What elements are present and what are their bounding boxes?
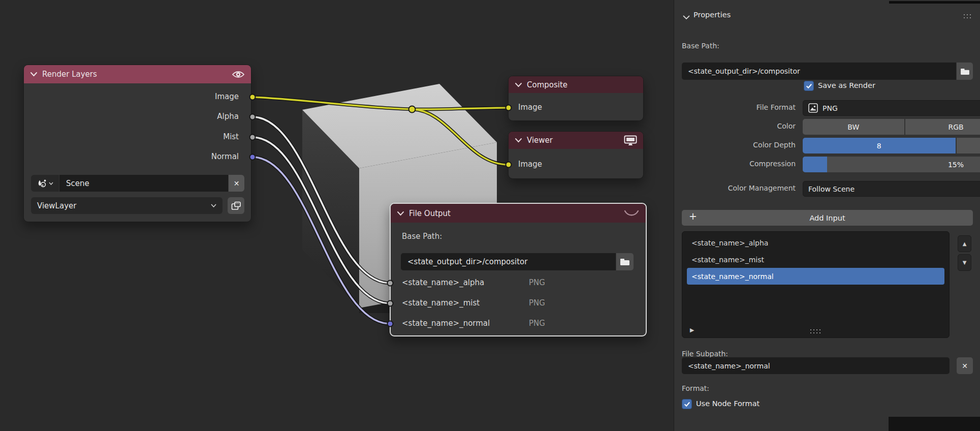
folder-browse-button[interactable] bbox=[616, 253, 634, 270]
chevron-down-icon[interactable] bbox=[397, 211, 404, 216]
list-item-mist[interactable]: <state_name>_mist bbox=[687, 251, 944, 268]
color-management-label: Color Management bbox=[674, 184, 796, 192]
color-depth-label: Color Depth bbox=[674, 141, 796, 149]
node-title: Render Layers bbox=[42, 70, 97, 79]
file-output-header[interactable]: File Output bbox=[391, 204, 646, 223]
compression-slider[interactable]: 15% bbox=[803, 157, 980, 172]
file-subpath-input[interactable]: <state_name>_normal bbox=[682, 357, 950, 374]
format-label: Format: bbox=[682, 384, 709, 392]
socket-composite-image-in[interactable] bbox=[505, 105, 512, 111]
output-label-image: Image bbox=[215, 92, 239, 101]
renderlayers-icon bbox=[231, 201, 242, 211]
socket-fileout-normal-in[interactable] bbox=[387, 321, 394, 327]
scene-browse-button[interactable] bbox=[31, 175, 59, 192]
color-depth-option-8[interactable]: 8 bbox=[803, 138, 956, 153]
composite-input-label: Image bbox=[518, 103, 542, 112]
base-path-input[interactable]: <state_output_dir>/compositor bbox=[682, 63, 956, 80]
use-node-format-label: Use Node Format bbox=[696, 399, 760, 408]
file-slots-list: <state_name>_alpha <state_name>_mist <st… bbox=[682, 231, 950, 338]
file-slot-label: <state_name>_mist bbox=[402, 298, 480, 307]
scene-clear-button[interactable]: ✕ bbox=[229, 175, 244, 192]
node-editor-canvas[interactable]: Render Layers Image Alpha Mist Normal bbox=[0, 0, 674, 431]
clear-subpath-button[interactable]: ✕ bbox=[957, 357, 973, 374]
base-path-row: <state_output_dir>/compositor bbox=[682, 63, 973, 80]
socket-fileout-alpha-in[interactable] bbox=[387, 280, 394, 287]
list-item-alpha[interactable]: <state_name>_alpha bbox=[687, 234, 944, 251]
socket-viewer-image-in[interactable] bbox=[505, 162, 512, 168]
close-icon: ✕ bbox=[234, 179, 240, 188]
render-layers-node[interactable]: Render Layers Image Alpha Mist Normal bbox=[23, 65, 251, 222]
chevron-down-icon[interactable] bbox=[30, 72, 38, 77]
viewer-input-label: Image bbox=[518, 160, 542, 169]
panel-collapse-chevron[interactable] bbox=[683, 12, 690, 22]
socket-image-out[interactable] bbox=[249, 94, 256, 101]
base-path-row: <state_output_dir>/compositor bbox=[401, 253, 634, 270]
file-slot-format: PNG bbox=[529, 319, 545, 328]
color-label: Color bbox=[674, 122, 796, 130]
socket-normal-out[interactable] bbox=[249, 154, 256, 161]
scene-name-field[interactable]: Scene bbox=[59, 175, 228, 192]
close-icon: ✕ bbox=[962, 362, 968, 370]
base-path-label: Base Path: bbox=[682, 42, 719, 50]
output-label-mist: Mist bbox=[223, 132, 239, 141]
socket-mist-out[interactable] bbox=[249, 134, 256, 141]
add-input-label: Add Input bbox=[682, 214, 973, 222]
output-label-alpha: Alpha bbox=[217, 112, 239, 121]
file-subpath-label: File Subpath: bbox=[682, 350, 728, 358]
new-viewlayer-button[interactable] bbox=[228, 197, 244, 214]
color-option-bw[interactable]: BW bbox=[803, 119, 904, 135]
socket-fileout-mist-in[interactable] bbox=[387, 300, 394, 307]
viewer-header[interactable]: Viewer bbox=[509, 132, 643, 149]
image-file-icon bbox=[808, 103, 818, 113]
list-item-normal-selected[interactable]: <state_name>_normal bbox=[687, 268, 944, 285]
node-title: File Output bbox=[409, 209, 451, 218]
render-layers-header[interactable]: Render Layers bbox=[24, 65, 251, 83]
socket-alpha-out[interactable] bbox=[249, 114, 256, 120]
color-option-rgb[interactable]: RGB bbox=[905, 119, 980, 135]
check-icon bbox=[806, 83, 812, 89]
base-path-input[interactable]: <state_output_dir>/compositor bbox=[401, 253, 616, 270]
output-label-normal: Normal bbox=[211, 152, 239, 161]
collapse-arc-icon[interactable] bbox=[623, 209, 640, 217]
editor-edge-bar bbox=[889, 1, 980, 4]
folder-browse-button[interactable] bbox=[957, 63, 973, 80]
file-output-node[interactable]: File Output Base Path: <state_output_dir… bbox=[390, 203, 647, 336]
chevron-down-icon bbox=[211, 204, 216, 207]
triangle-up-icon: ▲ bbox=[963, 241, 967, 247]
viewlayer-dropdown[interactable]: ViewLayer bbox=[31, 197, 223, 214]
list-resize-grip[interactable] bbox=[809, 328, 823, 334]
panel-drag-grip[interactable] bbox=[963, 13, 973, 19]
file-format-label: File Format bbox=[674, 103, 796, 111]
node-title: Composite bbox=[527, 80, 567, 89]
triangle-down-icon: ▼ bbox=[963, 260, 967, 265]
base-path-label: Base Path: bbox=[402, 232, 442, 241]
compression-value: 15% bbox=[803, 157, 980, 172]
file-slot-format: PNG bbox=[529, 298, 545, 307]
file-slot-format: PNG bbox=[529, 278, 545, 287]
file-subpath-row: <state_name>_normal bbox=[682, 357, 950, 374]
viewlayer-row: ViewLayer bbox=[31, 197, 244, 214]
composite-node[interactable]: Composite Image bbox=[508, 76, 644, 121]
eye-icon[interactable] bbox=[232, 70, 245, 79]
move-slot-down-button[interactable]: ▼ bbox=[958, 254, 971, 271]
move-slot-up-button[interactable]: ▲ bbox=[958, 235, 971, 252]
add-input-button[interactable]: + Add Input bbox=[682, 210, 973, 226]
list-filter-expand-icon[interactable]: ▶ bbox=[690, 327, 694, 333]
save-as-render-label: Save as Render bbox=[818, 81, 875, 89]
chevron-down-icon[interactable] bbox=[515, 82, 522, 87]
file-slot-label: <state_name>_normal bbox=[402, 319, 490, 328]
color-depth-option-16[interactable]: 16 bbox=[957, 138, 980, 153]
viewer-node[interactable]: Viewer Image bbox=[508, 131, 644, 179]
reroute-node[interactable] bbox=[408, 106, 416, 113]
use-node-format-checkbox[interactable] bbox=[682, 399, 692, 409]
chevron-down-icon[interactable] bbox=[515, 138, 522, 143]
node-title: Viewer bbox=[527, 136, 553, 145]
file-format-dropdown[interactable]: PNG bbox=[803, 100, 980, 116]
plus-icon: + bbox=[689, 210, 697, 222]
color-management-dropdown[interactable]: Follow Scene bbox=[803, 181, 980, 197]
compression-label: Compression bbox=[674, 160, 796, 168]
panel-title: Properties bbox=[693, 11, 731, 19]
composite-header[interactable]: Composite bbox=[509, 76, 643, 93]
blender-compositor-window: Render Layers Image Alpha Mist Normal bbox=[0, 0, 980, 431]
save-as-render-checkbox[interactable] bbox=[804, 81, 814, 91]
